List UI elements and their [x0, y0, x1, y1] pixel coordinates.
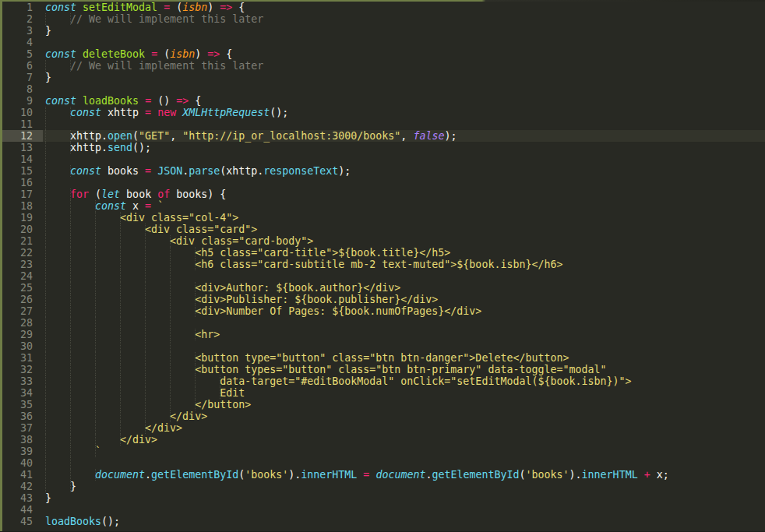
code-line[interactable]: 7} [0, 72, 765, 83]
code-text[interactable]: const loadBooks = () => { [43, 95, 765, 107]
token-pl: } [45, 492, 51, 504]
code-line[interactable]: 43} [0, 492, 765, 504]
code-text[interactable]: const xhttp = new XMLHttpRequest(); [43, 107, 765, 118]
code-line[interactable]: 42 } [0, 481, 765, 492]
code-line[interactable]: 21 <div class="card-body"> [0, 235, 765, 247]
code-line[interactable]: 25 <div>Author: ${book.author}</div> [0, 282, 765, 294]
code-line[interactable]: 2 // We will implement this later [0, 13, 765, 25]
code-line[interactable]: 12 xhttp.open("GET", "http://ip_or_local… [0, 130, 765, 142]
code-line[interactable]: 45loadBooks(); [0, 516, 765, 527]
code-line[interactable]: 32 <button types="button" class="btn btn… [0, 364, 765, 375]
code-line[interactable]: 38 </div> [0, 434, 765, 446]
code-line[interactable]: 8 [0, 83, 765, 95]
code-text[interactable] [43, 340, 765, 352]
code-line[interactable]: 44 [0, 504, 765, 516]
code-line[interactable]: 29 <hr> [0, 329, 765, 340]
code-text[interactable]: Edit [43, 387, 765, 399]
code-text[interactable]: const books = JSON.parse(xhttp.responseT… [43, 165, 765, 177]
code-text[interactable]: <button type="button" class="btn btn-dan… [43, 352, 765, 364]
line-number: 33 [0, 375, 43, 387]
token-pl [151, 165, 157, 177]
code-text[interactable]: loadBooks(); [43, 516, 765, 527]
code-line[interactable]: 22 <h5 class="card-title">${book.title}<… [0, 247, 765, 259]
code-line[interactable]: 5const deleteBook = (isbn) => { [0, 48, 765, 60]
code-line[interactable]: 6 // We will implement this later [0, 60, 765, 72]
code-text[interactable]: } [43, 492, 765, 504]
code-line[interactable]: 36 </div> [0, 410, 765, 422]
token-pl: (); [132, 142, 151, 153]
code-line[interactable]: 15 const books = JSON.parse(xhttp.respon… [0, 165, 765, 177]
code-text[interactable]: </div> [43, 422, 765, 434]
code-text[interactable]: <div>Number Of Pages: ${book.numOfPages}… [43, 305, 765, 317]
code-text[interactable] [43, 504, 765, 516]
token-st: let [101, 188, 120, 200]
code-line[interactable]: 33 data-target="#editBookModal" onClick=… [0, 375, 765, 387]
code-line[interactable]: 28 [0, 317, 765, 329]
code-text[interactable] [43, 457, 765, 469]
code-text[interactable]: <button types="button" class="btn btn-pr… [43, 364, 765, 375]
code-text[interactable]: const x = ` [43, 200, 765, 212]
code-text[interactable]: document.getElementById('books').innerHT… [43, 469, 765, 481]
code-line[interactable]: 17 for (let book of books) { [0, 188, 765, 200]
code-text[interactable]: const deleteBook = (isbn) => { [43, 48, 765, 60]
code-text[interactable]: <div>Author: ${book.author}</div> [43, 282, 765, 294]
code-line[interactable]: 34 Edit [0, 387, 765, 399]
code-line[interactable]: 16 [0, 177, 765, 188]
code-text[interactable]: xhttp.send(); [43, 142, 765, 153]
code-line[interactable]: 27 <div>Number Of Pages: ${book.numOfPag… [0, 305, 765, 317]
code-line[interactable]: 9const loadBooks = () => { [0, 95, 765, 107]
code-line[interactable]: 30 [0, 340, 765, 352]
code-text[interactable]: </button> [43, 399, 765, 410]
code-text[interactable] [43, 118, 765, 130]
code-line[interactable]: 18 const x = ` [0, 200, 765, 212]
code-text[interactable]: ` [43, 446, 765, 457]
code-line[interactable]: 11 [0, 118, 765, 130]
code-text[interactable]: <div class="card-body"> [43, 235, 765, 247]
code-text[interactable]: xhttp.open("GET", "http://ip_or_localhos… [43, 130, 765, 142]
code-line[interactable]: 23 <h6 class="card-subtitle mb-2 text-mu… [0, 259, 765, 270]
code-text[interactable] [43, 37, 765, 48]
code-text[interactable]: <h6 class="card-subtitle mb-2 text-muted… [43, 259, 765, 270]
code-text[interactable]: data-target="#editBookModal" onClick="se… [43, 375, 765, 387]
code-line[interactable]: 13 xhttp.send(); [0, 142, 765, 153]
code-line[interactable]: 3} [0, 25, 765, 37]
code-line[interactable]: 37 </div> [0, 422, 765, 434]
code-text[interactable]: for (let book of books) { [43, 188, 765, 200]
code-text[interactable]: </div> [43, 434, 765, 446]
code-text[interactable] [43, 153, 765, 165]
code-text[interactable]: <div class="card"> [43, 224, 765, 235]
code-text[interactable]: } [43, 72, 765, 83]
code-text[interactable]: <h5 class="card-title">${book.title}</h5… [43, 247, 765, 259]
code-line[interactable]: 26 <div>Publisher: ${book.publisher}</di… [0, 294, 765, 305]
token-str: <div class="card"> [45, 224, 257, 235]
code-text[interactable]: // We will implement this later [43, 60, 765, 72]
code-line[interactable]: 14 [0, 153, 765, 165]
code-line[interactable]: 1const setEditModal = (isbn) => { [0, 2, 765, 13]
code-line[interactable]: 19 <div class="col-4"> [0, 212, 765, 224]
code-line[interactable]: 10 const xhttp = new XMLHttpRequest(); [0, 107, 765, 118]
code-line[interactable]: 40 [0, 457, 765, 469]
token-kw: new [157, 107, 176, 118]
code-line[interactable]: 31 <button type="button" class="btn btn-… [0, 352, 765, 364]
code-line[interactable]: 41 document.getElementById('books').inne… [0, 469, 765, 481]
code-text[interactable] [43, 270, 765, 282]
code-text[interactable] [43, 177, 765, 188]
code-area[interactable]: 1const setEditModal = (isbn) => {2 // We… [0, 2, 765, 527]
code-line[interactable]: 35 </button> [0, 399, 765, 410]
code-line[interactable]: 24 [0, 270, 765, 282]
code-text[interactable]: const setEditModal = (isbn) => { [43, 2, 765, 13]
code-text[interactable]: } [43, 25, 765, 37]
code-line[interactable]: 4 [0, 37, 765, 48]
token-com: // We will implement this later [70, 60, 263, 72]
code-text[interactable] [43, 317, 765, 329]
code-text[interactable]: <div>Publisher: ${book.publisher}</div> [43, 294, 765, 305]
code-text[interactable]: </div> [43, 410, 765, 422]
code-text[interactable]: // We will implement this later [43, 13, 765, 25]
code-text[interactable] [43, 83, 765, 95]
line-number: 30 [0, 340, 43, 352]
code-text[interactable]: <div class="col-4"> [43, 212, 765, 224]
code-text[interactable]: <hr> [43, 329, 765, 340]
code-text[interactable]: } [43, 481, 765, 492]
code-line[interactable]: 20 <div class="card"> [0, 224, 765, 235]
code-line[interactable]: 39 ` [0, 446, 765, 457]
